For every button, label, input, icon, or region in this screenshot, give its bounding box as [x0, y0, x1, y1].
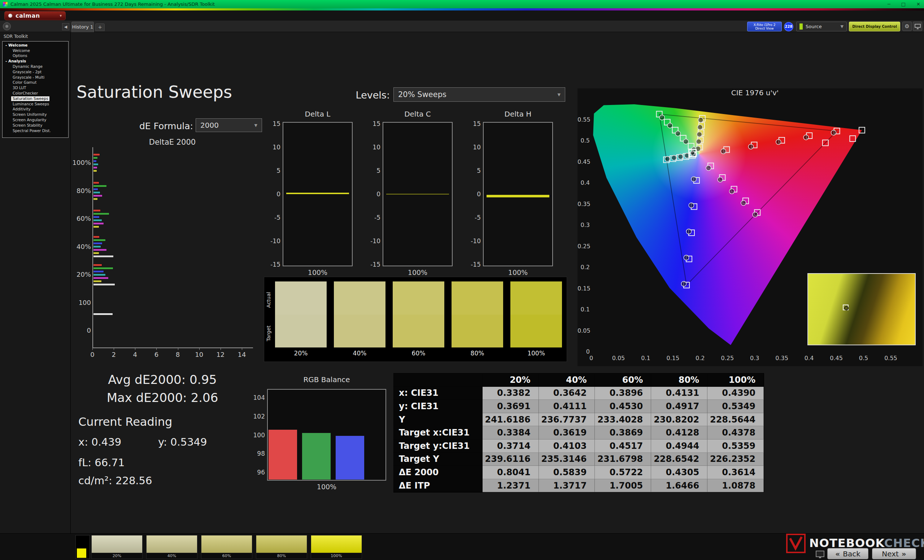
- rgb-y-tick-label: 102: [253, 413, 265, 420]
- thumbnail-100[interactable]: 100%: [311, 535, 362, 559]
- table-header-row: 20%40%60%80%100%: [394, 373, 764, 387]
- sidebar-item-colorchecker[interactable]: ColorChecker: [3, 91, 68, 96]
- sidebar-item-welcome[interactable]: - Welcome: [3, 43, 68, 48]
- display-button[interactable]: [913, 22, 922, 31]
- delta-l-title: Delta L: [283, 110, 352, 118]
- table-value-cell: 0.8041: [483, 466, 539, 479]
- rgb-y-tick-label: 98: [253, 450, 265, 457]
- table-column-header: 40%: [539, 373, 595, 387]
- cie-measured-circle-green: [683, 139, 688, 144]
- notebookcheck-logo-icon: [786, 534, 806, 553]
- table-row-target-x-cie31: Target x:CIE310.33840.36190.38690.41280.…: [394, 426, 764, 439]
- deltae-x-tick: [114, 348, 114, 350]
- swatch-20: [275, 281, 327, 347]
- table-value-cell: 1.3717: [539, 479, 595, 493]
- cie-measured-circle-blue: [691, 177, 696, 181]
- delta-y-tick-label: 15: [468, 120, 481, 127]
- sidebar-item-welcome[interactable]: Welcome: [3, 48, 68, 53]
- deltae-bar: [93, 219, 102, 222]
- rgb-bar-red: [268, 430, 297, 480]
- cie-measured-circle-cyan: [665, 156, 670, 161]
- deltae-bar: [93, 216, 100, 218]
- deltae-bar: [93, 169, 97, 172]
- deltae-bar: [93, 239, 106, 241]
- thumbnail-80[interactable]: 80%: [256, 535, 307, 559]
- table-value-cell: 0.5722: [595, 466, 651, 479]
- cie-target-square: [859, 127, 865, 133]
- deltae-bar: [93, 283, 115, 286]
- tab-scroll-left-button[interactable]: ◀: [62, 23, 69, 30]
- avg-de2000: Avg dE2000: 0.95: [87, 372, 238, 387]
- table-row-y-cie31: y: CIE310.36910.41110.45300.49170.5349: [394, 400, 764, 413]
- back-button[interactable]: « Back: [827, 548, 868, 559]
- table-value-cell: 1.0878: [707, 479, 764, 493]
- deltae-y-tick-label: 60%: [69, 215, 91, 222]
- pattern-preview-tile[interactable]: [75, 535, 90, 559]
- maximize-button[interactable]: □: [901, 1, 906, 7]
- sidebar-item-spectral-power-dist[interactable]: Spectral Power Dist.: [3, 128, 68, 133]
- thumbnail-label: 100%: [311, 553, 362, 559]
- delta-h-chart: Delta H 100% 151050-5-10-15: [466, 108, 560, 278]
- table-value-cell: 228.5644: [707, 413, 764, 427]
- sidebar-item-analysis[interactable]: - Analysis: [3, 58, 68, 64]
- sidebar-item-screen-angularity[interactable]: Screen Angularity: [3, 117, 68, 123]
- cie-highlight-circle: [690, 151, 695, 155]
- sidebar-item-screen-stability[interactable]: Screen Stability: [3, 123, 68, 128]
- cie-measured-circle-red: [804, 135, 808, 140]
- thumbnail-40[interactable]: 40%: [146, 535, 197, 559]
- table-value-cell: 1.7005: [595, 479, 651, 493]
- tab-history-1[interactable]: History 1: [72, 22, 94, 32]
- display-control-button[interactable]: Direct Display Control: [849, 22, 900, 31]
- add-tab-button[interactable]: +: [95, 24, 105, 31]
- swatch-60: [393, 281, 444, 347]
- next-label: Next: [882, 550, 899, 558]
- levels-select[interactable]: 20% Sweeps ▼: [393, 87, 565, 102]
- table-row-label: ΔE ITP: [394, 479, 483, 493]
- next-button[interactable]: Next »: [872, 548, 916, 559]
- delta-y-tick-label: 5: [267, 167, 280, 174]
- delta-y-tick-label: 0: [368, 190, 380, 198]
- settings-button[interactable]: ⚙: [902, 22, 912, 31]
- delta-y-tick-label: 5: [368, 167, 380, 174]
- cie-measured-circle-blue: [681, 281, 687, 286]
- next-arrow-icon: »: [902, 550, 906, 558]
- thumbnail-60[interactable]: 60%: [201, 535, 252, 559]
- source-select[interactable]: Source ▼: [796, 22, 847, 31]
- back-label: Back: [843, 550, 861, 558]
- workspace-button[interactable]: [3, 22, 11, 30]
- calman-menu-button[interactable]: calman ▾: [4, 11, 66, 20]
- sidebar-item-screen-uniformity[interactable]: Screen Uniformity: [3, 112, 68, 117]
- sidebar-item-dynamic-range[interactable]: Dynamic Range: [3, 64, 68, 69]
- meter-button[interactable]: X-Rite i1Pro 2 Direct View: [747, 22, 782, 31]
- table-value-cell: 0.4131: [651, 387, 707, 400]
- sidebar-item-additivity[interactable]: Additivity: [3, 107, 68, 112]
- page-title: Saturation Sweeps: [76, 82, 232, 102]
- swatch-80: [452, 281, 503, 347]
- sidebar-item-grayscale-2pt[interactable]: Grayscale - 2pt: [3, 69, 68, 75]
- minimize-button[interactable]: ─: [888, 1, 890, 7]
- sidebar-item-saturation-sweeps[interactable]: Saturation Sweeps: [3, 96, 68, 101]
- swatch-label: 100%: [510, 350, 562, 357]
- deltae-x-tick: [156, 348, 157, 350]
- rgb-y-tick-label: 96: [253, 469, 265, 476]
- sidebar-item-3d-lut[interactable]: 3D LUT: [3, 85, 68, 91]
- table-value-cell: 0.4530: [595, 400, 651, 413]
- thumbnail-label: 20%: [92, 553, 142, 559]
- deltae-x-tick: [135, 348, 135, 350]
- chevron-down-icon: ▼: [558, 92, 561, 97]
- sidebar-item-options[interactable]: Options: [3, 53, 68, 59]
- footer-monitor-icon[interactable]: [816, 551, 824, 557]
- cie-y-tick-label: 0.05: [578, 327, 590, 334]
- table-value-cell: 236.7737: [539, 413, 595, 427]
- sidebar-item-luminance-sweeps[interactable]: Luminance Sweeps: [3, 101, 68, 107]
- thumbnail-20[interactable]: 20%: [92, 535, 142, 559]
- close-button[interactable]: ✕: [916, 1, 920, 7]
- rgb-balance-x-label: 100%: [267, 483, 386, 491]
- cie-y-tick-label: 0: [578, 348, 590, 355]
- table-corner-cell: [394, 373, 483, 387]
- sidebar-item-color-gamut[interactable]: Color Gamut: [3, 80, 68, 85]
- de-formula-select[interactable]: 2000 ▼: [196, 118, 262, 132]
- deltae-bar: [93, 280, 102, 283]
- sidebar-item-grayscale-multi[interactable]: Grayscale - Multi: [3, 75, 68, 80]
- cie-y-tick-label: 0.1: [578, 306, 590, 313]
